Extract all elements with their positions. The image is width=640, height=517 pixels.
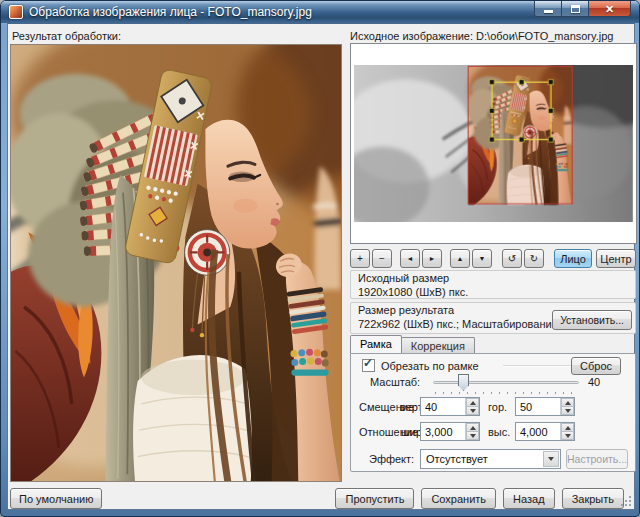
scale-label: Масштаб: [370, 376, 420, 388]
move-left-button[interactable]: ◄ [400, 249, 420, 268]
arrow-down-icon: ▼ [479, 255, 486, 262]
arrow-left-icon: ◄ [407, 255, 414, 262]
crop-checkbox-label[interactable]: Обрезать по рамке [381, 360, 479, 372]
footer-buttons: Пропустить Сохранить Назад Закрыть [335, 488, 624, 509]
titlebar[interactable]: Обработка изображения лица - FOTO_mansor… [1, 1, 639, 23]
spinner-down-icon [470, 434, 476, 438]
save-button[interactable]: Сохранить [421, 488, 496, 509]
source-image-box[interactable] [350, 43, 637, 244]
ratio-height-field [515, 422, 575, 441]
window-title: Обработка изображения лица - FOTO_mansor… [29, 5, 312, 19]
effect-label: Эффект: [369, 453, 414, 465]
close-button[interactable]: ✕ [589, 1, 631, 17]
configure-button[interactable]: Настроить... [566, 449, 628, 469]
tabstrip: Рамка Коррекция [350, 335, 475, 353]
ratio-width-spinner [465, 423, 479, 440]
spinner-down-icon [470, 409, 476, 413]
slider-ticks [435, 392, 578, 394]
ratio-width-field [420, 422, 480, 441]
source-size-title: Исходный размер [358, 272, 449, 284]
result-photo [10, 44, 342, 482]
spinner-up-button[interactable] [466, 423, 479, 432]
dropdown-button[interactable] [543, 451, 559, 467]
back-button[interactable]: Назад [503, 488, 555, 509]
offset-vert-field [420, 397, 480, 416]
zoom-in-button[interactable]: + [350, 249, 370, 268]
face-button[interactable]: Лицо [554, 249, 592, 268]
spinner-down-icon [565, 409, 571, 413]
ratio-height-label: выс. [488, 426, 510, 438]
reset-button[interactable]: Сброс [571, 357, 621, 375]
offset-vert-input[interactable] [421, 398, 465, 415]
maximize-icon [571, 5, 580, 13]
move-up-button[interactable]: ▲ [450, 249, 470, 268]
ratio-width-input[interactable] [421, 423, 465, 440]
spinner-up-icon [565, 401, 571, 405]
offset-vert-spinner [465, 398, 479, 415]
spinner-down-button[interactable] [466, 432, 479, 440]
set-size-button[interactable]: Установить... [552, 310, 632, 330]
result-size-title: Размер результата [358, 304, 454, 316]
effect-dropdown[interactable]: Отсутствует [420, 449, 561, 469]
spinner-down-icon [565, 434, 571, 438]
move-down-button[interactable]: ▼ [472, 249, 492, 268]
rotate-ccw-icon: ↺ [508, 253, 516, 264]
result-size-group: Размер результата 722x962 (ШхВ) пкс.; Ма… [350, 302, 636, 334]
move-right-button[interactable]: ► [422, 249, 442, 268]
source-size-value: 1920x1080 (ШхВ) пкс. [358, 286, 468, 298]
arrow-right-icon: ► [429, 255, 436, 262]
separator-line [503, 365, 571, 367]
source-photo-image[interactable] [354, 65, 633, 222]
result-photo-image [11, 45, 341, 481]
frame-tab-panel: ✓ Обрезать по рамке Сброс Масштаб: 40 См… [350, 353, 636, 472]
spinner-down-button[interactable] [561, 432, 574, 440]
spinner-up-button[interactable] [561, 398, 574, 407]
zoom-out-button[interactable]: − [372, 249, 392, 268]
offset-hor-field [515, 397, 575, 416]
crop-rectangle[interactable] [468, 66, 572, 204]
offset-hor-spinner [560, 398, 574, 415]
tab-frame[interactable]: Рамка [350, 335, 402, 353]
rotate-cw-button[interactable]: ↻ [524, 249, 544, 268]
close-window-button[interactable]: Закрыть [562, 488, 624, 509]
ratio-height-input[interactable] [516, 423, 560, 440]
check-icon: ✓ [363, 356, 373, 370]
spinner-down-button[interactable] [561, 407, 574, 415]
zoom-in-icon: + [357, 253, 363, 264]
app-window: Обработка изображения лица - FOTO_mansor… [0, 0, 640, 517]
rotate-ccw-button[interactable]: ↺ [502, 249, 522, 268]
scale-slider[interactable] [433, 374, 579, 391]
spinner-up-button[interactable] [466, 398, 479, 407]
offset-hor-label: гор. [488, 401, 507, 413]
resize-grip[interactable] [621, 496, 633, 508]
minimize-icon [544, 10, 553, 13]
result-label: Результат обработки: [12, 30, 121, 42]
app-icon[interactable] [9, 5, 23, 19]
offset-hor-input[interactable] [516, 398, 560, 415]
client-area: Результат обработки: По умолчанию Исходн… [7, 23, 635, 510]
zoom-out-icon: − [379, 253, 385, 264]
spinner-up-button[interactable] [561, 423, 574, 432]
default-button[interactable]: По умолчанию [10, 488, 102, 509]
ratio-height-spinner [560, 423, 574, 440]
spinner-up-icon [470, 401, 476, 405]
arrow-up-icon: ▲ [457, 255, 464, 262]
scale-value: 40 [588, 376, 600, 388]
spinner-up-icon [470, 426, 476, 430]
spinner-up-icon [565, 426, 571, 430]
rotate-cw-icon: ↻ [530, 253, 538, 264]
source-label: Исходное изображение: D:\обои\FOTO_manso… [350, 30, 613, 42]
spinner-down-button[interactable] [466, 407, 479, 415]
slider-thumb[interactable] [458, 374, 469, 391]
minimize-button[interactable] [534, 1, 562, 17]
crop-checkbox[interactable]: ✓ [362, 359, 375, 372]
center-button[interactable]: Центр [596, 249, 636, 268]
slider-track[interactable] [433, 381, 579, 384]
tab-correction[interactable]: Коррекция [401, 337, 475, 353]
skip-button[interactable]: Пропустить [335, 488, 414, 509]
maximize-button[interactable] [562, 1, 589, 17]
caption-buttons: ✕ [534, 1, 631, 17]
navigation-toolbar: + − ◄ ► ▲ ▼ ↺ ↻ Лицо Центр [350, 249, 636, 268]
dropdown-arrow-icon [548, 457, 554, 461]
source-size-group: Исходный размер 1920x1080 (ШхВ) пкс. [350, 270, 636, 299]
